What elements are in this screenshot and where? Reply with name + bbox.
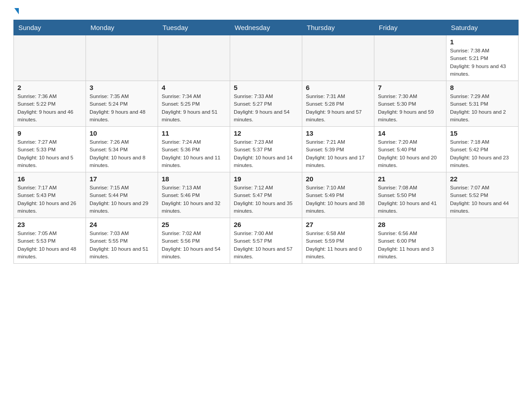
day-info: Sunrise: 7:00 AM Sunset: 5:57 PM Dayligh… (234, 230, 298, 261)
calendar-cell (86, 35, 158, 81)
day-number: 26 (234, 221, 298, 228)
calendar-week-3: 9Sunrise: 7:27 AM Sunset: 5:33 PM Daylig… (14, 127, 519, 172)
calendar-cell: 21Sunrise: 7:08 AM Sunset: 5:50 PM Dayli… (374, 172, 446, 218)
calendar-cell: 11Sunrise: 7:24 AM Sunset: 5:36 PM Dayli… (158, 127, 230, 172)
day-number: 23 (17, 221, 82, 228)
calendar-cell: 6Sunrise: 7:31 AM Sunset: 5:28 PM Daylig… (302, 81, 374, 127)
day-info: Sunrise: 7:05 AM Sunset: 5:53 PM Dayligh… (17, 230, 82, 261)
day-info: Sunrise: 7:17 AM Sunset: 5:43 PM Dayligh… (17, 184, 82, 215)
day-header-saturday: Saturday (446, 20, 519, 35)
day-number: 12 (234, 129, 298, 137)
calendar-cell: 5Sunrise: 7:33 AM Sunset: 5:27 PM Daylig… (230, 81, 302, 127)
calendar-cell: 18Sunrise: 7:13 AM Sunset: 5:46 PM Dayli… (158, 172, 230, 218)
day-info: Sunrise: 7:18 AM Sunset: 5:42 PM Dayligh… (450, 138, 515, 169)
calendar-header-row: SundayMondayTuesdayWednesdayThursdayFrid… (14, 20, 519, 35)
day-number: 13 (306, 129, 370, 137)
calendar-cell: 13Sunrise: 7:21 AM Sunset: 5:39 PM Dayli… (302, 127, 374, 172)
day-info: Sunrise: 7:31 AM Sunset: 5:28 PM Dayligh… (306, 93, 370, 124)
day-info: Sunrise: 7:30 AM Sunset: 5:30 PM Dayligh… (378, 93, 442, 124)
day-info: Sunrise: 7:24 AM Sunset: 5:36 PM Dayligh… (162, 138, 226, 169)
day-info: Sunrise: 7:07 AM Sunset: 5:52 PM Dayligh… (450, 184, 515, 215)
day-info: Sunrise: 7:35 AM Sunset: 5:24 PM Dayligh… (90, 93, 154, 124)
day-header-monday: Monday (86, 20, 158, 35)
calendar-cell: 14Sunrise: 7:20 AM Sunset: 5:40 PM Dayli… (374, 127, 446, 172)
day-number: 28 (378, 221, 442, 228)
calendar-cell: 25Sunrise: 7:02 AM Sunset: 5:56 PM Dayli… (158, 218, 230, 264)
calendar-cell (14, 35, 86, 81)
calendar-cell: 16Sunrise: 7:17 AM Sunset: 5:43 PM Dayli… (14, 172, 86, 218)
calendar-cell: 28Sunrise: 6:56 AM Sunset: 6:00 PM Dayli… (374, 218, 446, 264)
calendar-week-5: 23Sunrise: 7:05 AM Sunset: 5:53 PM Dayli… (14, 218, 519, 264)
calendar-week-1: 1Sunrise: 7:38 AM Sunset: 5:21 PM Daylig… (14, 35, 519, 81)
day-info: Sunrise: 7:21 AM Sunset: 5:39 PM Dayligh… (306, 138, 370, 169)
calendar-cell: 9Sunrise: 7:27 AM Sunset: 5:33 PM Daylig… (14, 127, 86, 172)
day-number: 22 (450, 175, 515, 183)
calendar-cell: 3Sunrise: 7:35 AM Sunset: 5:24 PM Daylig… (86, 81, 158, 127)
day-number: 6 (306, 84, 370, 91)
day-info: Sunrise: 7:10 AM Sunset: 5:49 PM Dayligh… (306, 184, 370, 215)
calendar-cell: 2Sunrise: 7:36 AM Sunset: 5:22 PM Daylig… (14, 81, 86, 127)
calendar-cell: 1Sunrise: 7:38 AM Sunset: 5:21 PM Daylig… (446, 35, 519, 81)
day-number: 11 (162, 129, 226, 137)
calendar-cell (302, 35, 374, 81)
calendar-cell: 15Sunrise: 7:18 AM Sunset: 5:42 PM Dayli… (446, 127, 519, 172)
day-header-wednesday: Wednesday (230, 20, 302, 35)
day-info: Sunrise: 7:15 AM Sunset: 5:44 PM Dayligh… (90, 184, 154, 215)
calendar-cell (374, 35, 446, 81)
day-info: Sunrise: 7:12 AM Sunset: 5:47 PM Dayligh… (234, 184, 298, 215)
day-info: Sunrise: 7:26 AM Sunset: 5:34 PM Dayligh… (90, 138, 154, 169)
day-info: Sunrise: 7:27 AM Sunset: 5:33 PM Dayligh… (17, 138, 82, 169)
day-number: 8 (450, 84, 515, 91)
calendar-cell: 10Sunrise: 7:26 AM Sunset: 5:34 PM Dayli… (86, 127, 158, 172)
day-number: 24 (90, 221, 154, 228)
day-number: 27 (306, 221, 370, 228)
day-number: 14 (378, 129, 442, 137)
day-number: 1 (450, 38, 515, 46)
day-number: 17 (90, 175, 154, 183)
day-number: 9 (17, 129, 82, 137)
day-info: Sunrise: 7:08 AM Sunset: 5:50 PM Dayligh… (378, 184, 442, 215)
calendar-table: SundayMondayTuesdayWednesdayThursdayFrid… (13, 20, 519, 264)
calendar-cell: 20Sunrise: 7:10 AM Sunset: 5:49 PM Dayli… (302, 172, 374, 218)
calendar-week-2: 2Sunrise: 7:36 AM Sunset: 5:22 PM Daylig… (14, 81, 519, 127)
calendar-cell: 22Sunrise: 7:07 AM Sunset: 5:52 PM Dayli… (446, 172, 519, 218)
day-info: Sunrise: 7:29 AM Sunset: 5:31 PM Dayligh… (450, 93, 515, 124)
day-header-thursday: Thursday (302, 20, 374, 35)
calendar-cell: 12Sunrise: 7:23 AM Sunset: 5:37 PM Dayli… (230, 127, 302, 172)
day-number: 2 (17, 84, 82, 91)
day-info: Sunrise: 7:36 AM Sunset: 5:22 PM Dayligh… (17, 93, 82, 124)
calendar-cell (230, 35, 302, 81)
day-info: Sunrise: 7:34 AM Sunset: 5:25 PM Dayligh… (162, 93, 226, 124)
page-header (13, 9, 519, 15)
calendar-cell: 23Sunrise: 7:05 AM Sunset: 5:53 PM Dayli… (14, 218, 86, 264)
day-number: 18 (162, 175, 226, 183)
day-info: Sunrise: 7:02 AM Sunset: 5:56 PM Dayligh… (162, 230, 226, 261)
logo-arrow-icon (14, 8, 19, 14)
day-header-tuesday: Tuesday (158, 20, 230, 35)
calendar-cell: 19Sunrise: 7:12 AM Sunset: 5:47 PM Dayli… (230, 172, 302, 218)
calendar-cell: 27Sunrise: 6:58 AM Sunset: 5:59 PM Dayli… (302, 218, 374, 264)
calendar-cell: 4Sunrise: 7:34 AM Sunset: 5:25 PM Daylig… (158, 81, 230, 127)
day-info: Sunrise: 7:20 AM Sunset: 5:40 PM Dayligh… (378, 138, 442, 169)
calendar-cell (158, 35, 230, 81)
day-info: Sunrise: 6:56 AM Sunset: 6:00 PM Dayligh… (378, 230, 442, 261)
day-number: 19 (234, 175, 298, 183)
day-number: 20 (306, 175, 370, 183)
day-info: Sunrise: 7:23 AM Sunset: 5:37 PM Dayligh… (234, 138, 298, 169)
calendar-cell (446, 218, 519, 264)
day-header-friday: Friday (374, 20, 446, 35)
day-number: 25 (162, 221, 226, 228)
day-info: Sunrise: 7:38 AM Sunset: 5:21 PM Dayligh… (450, 47, 515, 78)
day-info: Sunrise: 7:03 AM Sunset: 5:55 PM Dayligh… (90, 230, 154, 261)
day-number: 16 (17, 175, 82, 183)
day-number: 15 (450, 129, 515, 137)
day-number: 5 (234, 84, 298, 91)
calendar-cell: 17Sunrise: 7:15 AM Sunset: 5:44 PM Dayli… (86, 172, 158, 218)
day-info: Sunrise: 6:58 AM Sunset: 5:59 PM Dayligh… (306, 230, 370, 261)
day-number: 21 (378, 175, 442, 183)
day-number: 3 (90, 84, 154, 91)
logo (13, 9, 19, 15)
day-number: 4 (162, 84, 226, 91)
calendar-cell: 24Sunrise: 7:03 AM Sunset: 5:55 PM Dayli… (86, 218, 158, 264)
day-info: Sunrise: 7:13 AM Sunset: 5:46 PM Dayligh… (162, 184, 226, 215)
